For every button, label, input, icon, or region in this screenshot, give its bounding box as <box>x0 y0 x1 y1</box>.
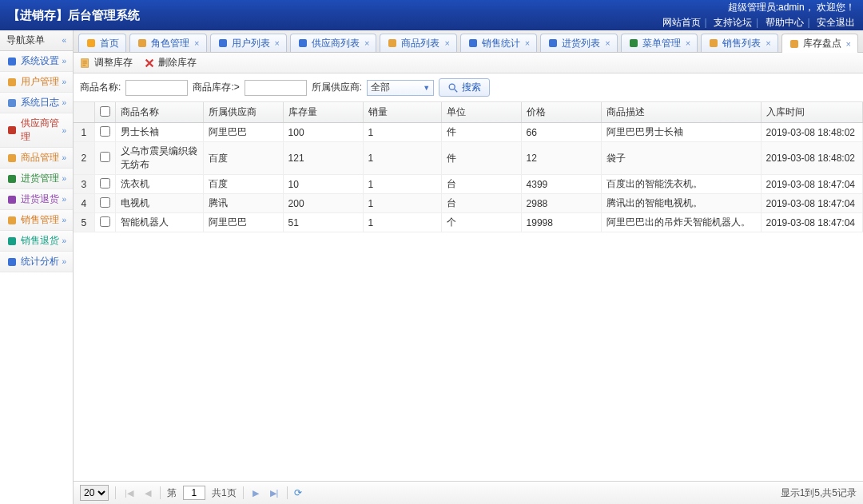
svg-rect-2 <box>8 99 16 107</box>
cell-sales: 1 <box>363 213 441 232</box>
svg-rect-4 <box>8 154 16 162</box>
app-title: 【进销存】后台管理系统 <box>8 8 140 23</box>
cell-supplier: 阿里巴巴 <box>203 213 283 232</box>
user-welcome: 超级管理员:admin， 欢迎您！ <box>662 1 855 14</box>
adjust-stock-button[interactable]: 调整库存 <box>80 56 133 69</box>
tab-9[interactable]: 库存盘点× <box>781 34 858 53</box>
close-icon[interactable]: × <box>686 38 690 48</box>
table-row[interactable]: 3 洗衣机 百度 10 1 台 4399 百度出的智能洗衣机。 2019-03-… <box>74 175 862 194</box>
cell-stock: 51 <box>283 213 363 232</box>
tab-4[interactable]: 商品列表× <box>380 34 456 52</box>
sidebar-item-5[interactable]: 进货管理» <box>0 169 73 189</box>
col-header[interactable]: 所属供应商 <box>203 102 283 123</box>
cell-stock: 121 <box>283 142 363 175</box>
expand-icon: » <box>62 153 67 162</box>
close-icon[interactable]: × <box>364 38 369 48</box>
sidebar-item-4[interactable]: 商品管理» <box>0 148 73 169</box>
svg-rect-1 <box>8 78 16 86</box>
next-page-button[interactable]: ▶ <box>250 488 261 498</box>
col-header[interactable]: 库存量 <box>283 102 363 123</box>
sidebar-item-1[interactable]: 用户管理» <box>0 72 73 93</box>
sidebar-item-8[interactable]: 销售退货» <box>0 231 73 252</box>
svg-rect-13 <box>299 39 307 47</box>
tab-7[interactable]: 菜单管理× <box>621 34 698 52</box>
expand-icon: » <box>62 195 67 204</box>
link-forum[interactable]: 支持论坛 <box>714 17 752 28</box>
close-icon[interactable]: × <box>275 38 280 48</box>
row-checkbox[interactable] <box>100 178 110 189</box>
tab-1[interactable]: 角色管理× <box>129 34 206 52</box>
tab-6[interactable]: 进货列表× <box>540 34 617 52</box>
name-input[interactable] <box>125 80 188 96</box>
col-header[interactable]: 单位 <box>441 102 521 123</box>
close-icon[interactable]: × <box>194 38 199 48</box>
close-icon[interactable]: × <box>444 38 449 48</box>
inlist-icon <box>547 38 559 49</box>
col-header[interactable]: 销量 <box>363 102 441 123</box>
col-header[interactable]: 商品描述 <box>601 102 761 123</box>
stock-input[interactable] <box>245 80 307 96</box>
sidebar-item-2[interactable]: 系统日志» <box>0 93 73 113</box>
sidebar-item-7[interactable]: 销售管理» <box>0 210 73 231</box>
tab-8[interactable]: 销售列表× <box>701 34 777 52</box>
last-page-button[interactable]: ▶| <box>268 488 281 498</box>
table-row[interactable]: 5 智能机器人 阿里巴巴 51 1 个 19998 阿里巴巴出的吊炸天智能机器人… <box>74 213 862 232</box>
link-logout[interactable]: 安全退出 <box>817 17 855 28</box>
tab-2[interactable]: 用户列表× <box>210 34 287 52</box>
cell-supplier: 百度 <box>203 175 283 194</box>
cell-name: 义乌市震昊编织袋无纺布 <box>115 142 203 175</box>
tab-5[interactable]: 销售统计× <box>460 34 537 52</box>
first-page-button[interactable]: |◀ <box>122 488 136 498</box>
page-size-select[interactable]: 20 <box>80 485 109 501</box>
supplier-select[interactable]: 全部 ▼ <box>367 80 434 96</box>
sidebar-item-0[interactable]: 系统设置» <box>0 51 73 72</box>
row-checkbox[interactable] <box>100 152 110 162</box>
col-header[interactable]: 商品名称 <box>115 102 203 123</box>
tab-0[interactable]: 首页 <box>78 34 126 52</box>
role-icon <box>137 38 148 49</box>
data-grid: 商品名称所属供应商库存量销量单位价格商品描述入库时间 1 男士长袖 阿里巴巴 1… <box>74 102 863 481</box>
col-header[interactable]: 入库时间 <box>761 102 862 123</box>
sidebar-item-9[interactable]: 统计分析» <box>0 252 73 272</box>
close-icon[interactable]: × <box>605 38 610 48</box>
sidebar-item-6[interactable]: 进货退货» <box>0 189 73 210</box>
svg-rect-6 <box>8 196 16 204</box>
goods-icon <box>387 38 398 49</box>
cell-supplier: 百度 <box>203 142 283 175</box>
supplier-label: 所属供应商: <box>312 81 362 94</box>
cell-price: 4399 <box>521 175 601 194</box>
menu-icon <box>628 38 639 49</box>
sidebar-item-3[interactable]: 供应商管理» <box>0 113 73 148</box>
link-home[interactable]: 网站首页 <box>662 17 701 28</box>
page-input[interactable] <box>183 486 205 500</box>
row-checkbox[interactable] <box>100 216 110 227</box>
goods-icon <box>6 153 18 164</box>
select-all-checkbox[interactable] <box>100 106 110 117</box>
search-button[interactable]: 搜索 <box>439 78 490 97</box>
search-icon <box>447 82 459 93</box>
svg-rect-19 <box>790 40 798 48</box>
sidebar-item-label: 供应商管理 <box>21 117 62 144</box>
sidebar-item-label: 销售管理 <box>21 213 59 227</box>
collapse-sidebar-icon[interactable]: « <box>62 36 67 45</box>
row-checkbox[interactable] <box>100 197 110 208</box>
refresh-button[interactable]: ⟳ <box>294 487 302 498</box>
link-help[interactable]: 帮助中心 <box>766 17 804 28</box>
delete-stock-button[interactable]: 删除库存 <box>144 56 197 69</box>
table-row[interactable]: 1 男士长袖 阿里巴巴 100 1 件 66 阿里巴巴男士长袖 2019-03-… <box>74 123 862 142</box>
row-checkbox[interactable] <box>100 126 110 137</box>
close-icon[interactable]: × <box>766 38 770 48</box>
inret-icon <box>6 194 18 205</box>
tab-3[interactable]: 供应商列表× <box>290 34 376 52</box>
tab-label: 用户列表 <box>232 37 270 50</box>
close-icon[interactable]: × <box>846 39 851 49</box>
sidebar-item-label: 销售退货 <box>21 234 59 248</box>
col-header[interactable]: 价格 <box>521 102 601 123</box>
cell-desc: 腾讯出的智能电视机。 <box>601 194 761 213</box>
cell-name: 电视机 <box>115 194 203 213</box>
table-row[interactable]: 4 电视机 腾讯 200 1 台 2988 腾讯出的智能电视机。 2019-03… <box>74 194 862 213</box>
table-row[interactable]: 2 义乌市震昊编织袋无纺布 百度 121 1 件 12 袋子 2019-03-0… <box>74 142 862 175</box>
svg-rect-0 <box>8 58 16 65</box>
prev-page-button[interactable]: ◀ <box>142 488 153 498</box>
close-icon[interactable]: × <box>525 38 530 48</box>
